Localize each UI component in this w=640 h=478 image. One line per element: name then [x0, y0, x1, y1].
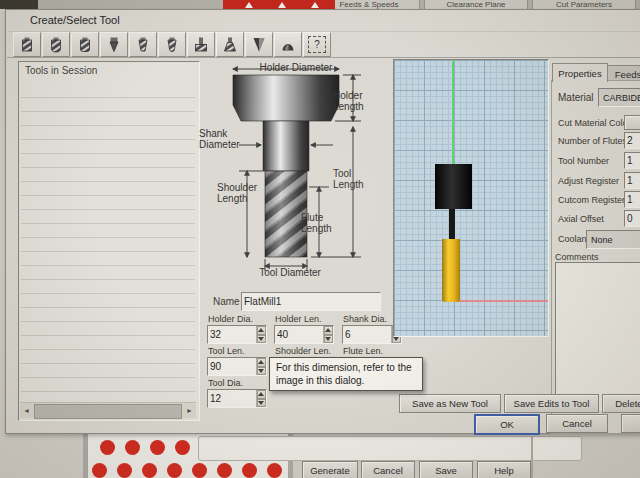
t-slot-mill-button[interactable]	[187, 32, 215, 57]
scroll-left-icon[interactable]: ◄	[20, 404, 33, 417]
red-dot	[175, 440, 190, 455]
cutcom-register-label: Cutcom Register	[558, 195, 625, 205]
save-button-main[interactable]: Save	[419, 461, 473, 478]
tool-number-input[interactable]	[625, 153, 640, 168]
help-button-main[interactable]: Help	[477, 461, 531, 478]
tab-properties[interactable]: Properties	[552, 63, 608, 82]
cutcom-register-field	[624, 191, 640, 208]
vee-mill-button[interactable]	[245, 32, 273, 57]
axial-offset-input[interactable]	[625, 211, 640, 226]
tool-len-spinner[interactable]	[256, 358, 266, 375]
custom-tool-button[interactable]: ?	[303, 32, 331, 57]
spin-down-icon	[258, 369, 264, 373]
cut-material-color-swatch[interactable]	[624, 115, 640, 130]
dialog-title: Create/Select Tool	[30, 14, 120, 26]
spin-down[interactable]	[257, 399, 266, 408]
tool-dia-spinner[interactable]	[256, 390, 266, 407]
holder-len-input[interactable]	[275, 326, 323, 343]
material-dropdown[interactable]: CARBIDE	[598, 88, 640, 107]
spin-down-icon	[258, 401, 264, 405]
screen-edge	[0, 0, 38, 9]
shank-dia-label: Shank Dia.	[343, 314, 387, 324]
shank-dia-input[interactable]	[343, 326, 391, 343]
scroll-right-icon[interactable]: ►	[183, 404, 196, 417]
spin-up[interactable]	[257, 390, 266, 399]
spin-up[interactable]	[257, 326, 266, 335]
scrollbar-thumb[interactable]	[34, 404, 182, 419]
tool-len-label: Tool Len.	[208, 346, 245, 356]
thread-mill-button[interactable]	[274, 32, 302, 57]
spin-down[interactable]	[324, 335, 333, 344]
number-of-flutes-input[interactable]	[625, 133, 640, 148]
name-field-box	[241, 292, 381, 311]
spin-down[interactable]	[257, 367, 266, 376]
spin-down-icon	[393, 337, 399, 341]
dovetail-mill-icon	[221, 36, 239, 54]
tools-in-session-list[interactable]: Tools in Session ◄ ►	[18, 61, 200, 421]
white-mark	[311, 2, 319, 8]
red-dot	[167, 463, 182, 478]
ball-mill-icon	[47, 36, 65, 54]
diagram-label-flute-length: Flute Length	[301, 212, 341, 234]
tool-len-input[interactable]	[208, 358, 256, 375]
coolant-label: Coolant	[558, 234, 589, 244]
thread-mill-icon	[279, 36, 297, 54]
tab-cut-parameters[interactable]: Cut Parameters	[532, 0, 636, 9]
diagram-label-holder-length: Holder Length	[333, 90, 375, 112]
tool-dia-field	[207, 389, 267, 408]
delete-tool-button[interactable]: Delete T	[602, 394, 640, 413]
spin-up-icon	[258, 392, 264, 396]
adjust-register-input[interactable]	[625, 173, 640, 188]
taper-ball-mill-button[interactable]	[158, 32, 186, 57]
red-dots-window-top	[223, 0, 335, 9]
spin-up[interactable]	[324, 326, 333, 335]
tab-clearance-plane[interactable]: Clearance Plane	[424, 0, 528, 9]
ball-mill-button[interactable]	[42, 32, 70, 57]
axial-offset-label: Axial Offset	[558, 214, 604, 224]
flute-len-label: Flute Len.	[343, 346, 383, 356]
flat-mill-button[interactable]	[13, 32, 41, 57]
tool-type-toolbar: ?	[7, 31, 640, 58]
tool-name-input[interactable]	[242, 293, 380, 310]
button-label: Cancel	[562, 418, 592, 429]
vee-mill-icon	[250, 36, 268, 54]
material-label: Material	[558, 92, 594, 103]
save-as-new-tool-button[interactable]: Save as New Tool	[399, 394, 501, 413]
name-label: Name	[213, 296, 240, 307]
cutcom-register-input[interactable]	[625, 192, 640, 207]
dovetail-mill-button[interactable]	[216, 32, 244, 57]
create-select-tool-dialog: Create/Select Tool	[5, 9, 640, 434]
status-strip	[198, 436, 582, 461]
spin-up[interactable]	[257, 358, 266, 367]
taper-flat-mill-button[interactable]	[129, 32, 157, 57]
tool-3d-preview[interactable]	[393, 59, 549, 337]
preview-holder	[435, 164, 472, 209]
cancel-button-main[interactable]: Cancel	[361, 461, 415, 478]
holder-dia-field	[207, 325, 267, 344]
holder-dia-spinner[interactable]	[256, 326, 266, 343]
save-edits-to-tool-button[interactable]: Save Edits to Tool	[504, 394, 599, 413]
holder-dia-input[interactable]	[208, 326, 256, 343]
corner-radius-mill-button[interactable]	[71, 32, 99, 57]
tools-list-scrollbar[interactable]: ◄ ►	[20, 402, 196, 418]
diagram-label-shank-diameter: Shank Diameter	[199, 128, 255, 150]
help-button-dialog[interactable]: H	[621, 414, 640, 433]
generate-button[interactable]: Generate	[302, 461, 358, 478]
drill-button[interactable]	[100, 32, 128, 57]
taper-ball-mill-icon	[163, 36, 181, 54]
tool-dia-input[interactable]	[208, 390, 256, 407]
holder-len-spinner[interactable]	[323, 326, 333, 343]
comments-textarea[interactable]	[555, 262, 640, 410]
diagram-label-holder-diameter: Holder Diameter	[231, 62, 361, 73]
coolant-dropdown[interactable]: None	[586, 230, 640, 249]
button-label: Generate	[310, 465, 350, 476]
custom-tool-help-icon: ?	[308, 36, 326, 53]
spin-down[interactable]	[257, 335, 266, 344]
tools-list-rows	[21, 84, 195, 400]
cancel-button-dialog[interactable]: Cancel	[546, 414, 608, 433]
tooltip-line2: image in this dialog.	[276, 374, 416, 387]
red-dot	[242, 463, 257, 478]
number-of-flutes-field	[624, 132, 640, 149]
ok-button[interactable]: OK	[474, 414, 540, 435]
button-label: Save	[435, 465, 457, 476]
